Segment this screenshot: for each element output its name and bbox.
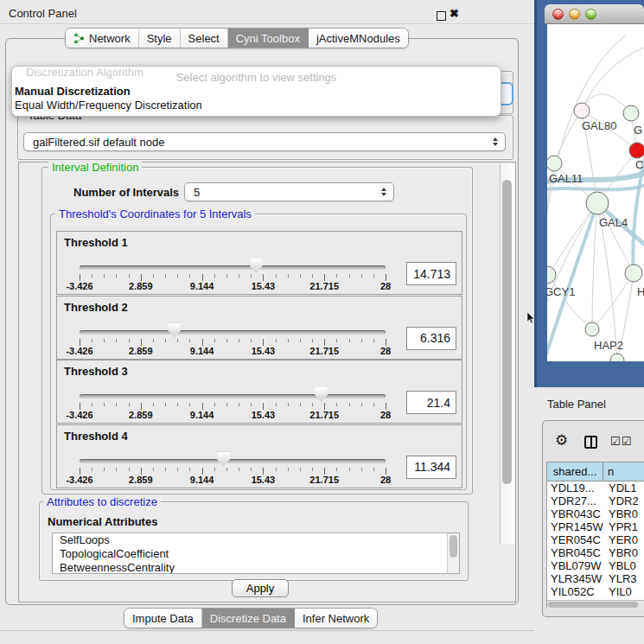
table-row[interactable]: YLR345WYLR3 (547, 572, 644, 585)
tab-discretize-data[interactable]: Discretize Data (202, 609, 295, 628)
network-node[interactable] (610, 354, 624, 361)
cell-name: YDR2 (603, 494, 644, 507)
tick-label: 21.715 (309, 346, 339, 356)
table-row[interactable]: YDR27...YDR2 (547, 494, 644, 507)
network-edge[interactable] (597, 203, 634, 273)
network-node-gal11[interactable] (547, 156, 562, 171)
table-row[interactable]: YER054CYER0 (547, 533, 644, 546)
cell-name: YLR3 (603, 572, 644, 585)
table-row[interactable]: YDL19...YDL1 (547, 481, 644, 494)
threshold-value-field[interactable]: 21.4 (406, 391, 456, 414)
tick-label: 2.859 (129, 346, 153, 356)
tick-label: 2.859 (129, 475, 153, 485)
table-row[interactable]: YIL052CYIL0 (547, 585, 644, 598)
threshold-slider-thumb[interactable] (217, 452, 230, 467)
threshold-slider-track[interactable] (80, 394, 386, 399)
tick-label: 28 (380, 346, 391, 356)
attributes-scrollbar[interactable] (447, 533, 459, 573)
threshold-value-field[interactable]: 14.713 (406, 262, 456, 285)
threshold-slider-track[interactable] (80, 330, 386, 335)
close-traffic-light-icon[interactable] (552, 9, 564, 20)
network-edge[interactable] (592, 273, 634, 329)
threshold-row-3: Threshold 3-3.4262.8599.14415.4321.71528… (56, 360, 462, 424)
numerical-attributes-list[interactable]: SelfLoopsTopologicalCoefficientBetweenne… (52, 532, 460, 574)
attributes-scrollbar-thumb[interactable] (450, 535, 457, 558)
gear-icon[interactable]: ⚙ (555, 433, 568, 448)
interval-definition-group-title: Interval Definition (48, 161, 142, 174)
menu-item-manual-discretization[interactable]: Manual Discretization (15, 85, 131, 98)
tick-label: 2.859 (129, 410, 153, 420)
network-edge[interactable] (554, 111, 582, 163)
minimize-traffic-light-icon[interactable] (569, 9, 580, 20)
threshold-slider-thumb[interactable] (168, 323, 181, 338)
network-node-g[interactable] (623, 105, 639, 121)
table-horizontal-scrollbar[interactable] (547, 600, 644, 609)
node-label: HAP2 (594, 339, 623, 352)
menu-item-equal-width-frequency-discretization[interactable]: Equal Width/Frequency Discretization (15, 99, 202, 112)
column-header-shared-name[interactable]: shared... (547, 462, 603, 481)
tab-infer-network[interactable]: Infer Network (295, 609, 377, 628)
network-node-gal80[interactable] (574, 103, 590, 118)
network-edge[interactable] (582, 47, 644, 111)
tick-label: -3.426 (66, 346, 92, 356)
table-row[interactable]: YPR145WYPR1 (547, 520, 644, 533)
list-item[interactable]: SelfLoops (53, 533, 459, 547)
spinner-arrows-icon (381, 188, 386, 196)
network-window-titlebar[interactable] (545, 4, 644, 24)
threshold-value-field[interactable]: 11.344 (406, 456, 456, 479)
close-icon[interactable]: ✖ (450, 7, 459, 20)
split-columns-icon[interactable] (584, 436, 597, 449)
threshold-slider-track[interactable] (80, 459, 386, 463)
network-node-c[interactable] (629, 143, 644, 158)
tab-label: Impute Data (132, 612, 194, 625)
cell-shared-name: YDR27... (547, 494, 603, 507)
network-view-canvas[interactable]: GAL80GCGAL11GAL4GCY1HHAP2 (547, 24, 644, 361)
threshold-value-field[interactable]: 6.316 (406, 327, 456, 350)
tab-cyni-toolbox[interactable]: Cyni Toolbox (228, 29, 309, 48)
cell-shared-name: YIL052C (547, 585, 603, 598)
tab-jactivemnodules[interactable]: jActiveMNodules (309, 29, 408, 48)
tick-label: 2.859 (129, 281, 153, 291)
tick-label: 15.43 (252, 281, 276, 291)
threshold-label: Threshold 2 (64, 301, 128, 314)
cell-shared-name: YLR345W (547, 572, 603, 585)
float-window-icon[interactable] (437, 11, 446, 21)
threshold-slider-thumb[interactable] (250, 258, 263, 273)
slider-ticks (80, 339, 387, 347)
tab-label: Style (147, 32, 172, 45)
settings-scrollbar-thumb[interactable] (502, 180, 512, 484)
tick-label: 9.144 (190, 410, 214, 420)
network-edge-thick[interactable] (633, 154, 644, 273)
zoom-traffic-light-icon[interactable] (585, 9, 596, 20)
threshold-label: Threshold 1 (64, 236, 128, 249)
network-node-gal4[interactable] (586, 192, 609, 214)
table-horizontal-scrollbar-thumb[interactable] (548, 602, 638, 608)
table-row[interactable]: YBR045CYBR0 (547, 546, 644, 559)
table-data-combobox[interactable]: galFiltered.sif default node (23, 132, 506, 151)
tab-select[interactable]: Select (181, 29, 228, 48)
network-node-gcy1[interactable] (547, 266, 556, 284)
list-item[interactable]: BetweennessCentrality (53, 561, 459, 574)
number-of-intervals-combobox[interactable]: 5 (184, 182, 394, 201)
thresholds-group: Threshold 1-3.4262.8599.14415.4321.71528… (50, 214, 467, 490)
threshold-slider-thumb[interactable] (315, 387, 328, 402)
table-row[interactable]: YBR043CYBR0 (547, 507, 644, 520)
spinner-arrows-icon (493, 137, 498, 146)
network-icon (73, 33, 85, 44)
network-edge[interactable] (592, 203, 597, 329)
tab-impute-data[interactable]: Impute Data (124, 609, 202, 628)
tab-style[interactable]: Style (139, 29, 181, 48)
tick-label: 28 (380, 475, 391, 485)
network-node-hap2[interactable] (585, 322, 599, 336)
list-item[interactable]: TopologicalCoefficient (53, 547, 459, 561)
number-of-intervals-label: Number of Intervals (73, 186, 179, 199)
network-node-h[interactable] (625, 265, 642, 282)
titlebar-divider (0, 23, 534, 24)
apply-button[interactable]: Apply (232, 579, 289, 597)
threshold-slider-track[interactable] (80, 265, 386, 270)
checkboxes-icon[interactable]: ☑☑ (610, 435, 632, 448)
tab-network[interactable]: Network (66, 29, 139, 48)
column-header-name[interactable]: n (603, 462, 644, 481)
table-row[interactable]: YBL079WYBL0 (547, 559, 644, 572)
network-edge-thick[interactable] (547, 185, 644, 189)
